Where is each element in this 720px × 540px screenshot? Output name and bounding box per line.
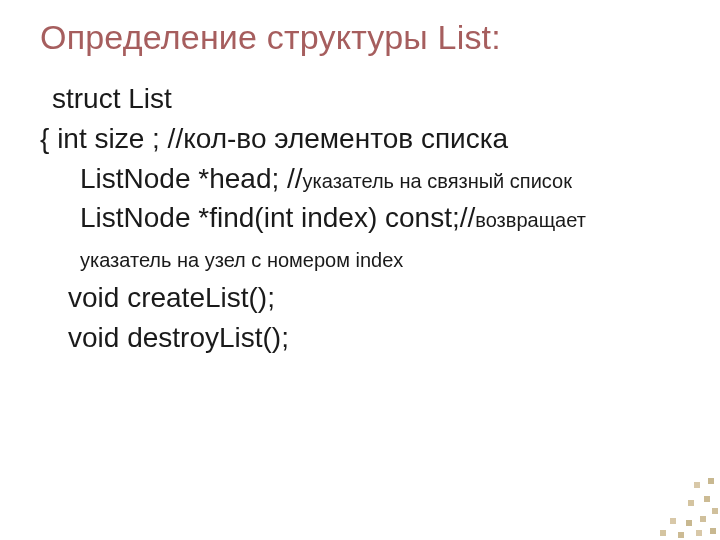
svg-rect-3 [704,496,710,502]
svg-rect-5 [670,518,676,524]
code-line-struct: struct List [40,79,680,119]
code-line-create: void createList(); [40,278,680,318]
corner-decoration [650,470,720,540]
code-text: ListNode *find(int index) const;// [80,202,475,233]
svg-rect-7 [700,516,706,522]
slide-body: struct List { int size ; //кол-во элемен… [40,79,680,357]
slide: Определение структуры List: struct List … [0,0,720,540]
svg-rect-4 [712,508,718,514]
svg-rect-11 [710,528,716,534]
brace-open: { [40,123,49,154]
code-line-brace-size: { int size ; //кол-во элементов списка [40,119,680,159]
svg-rect-8 [660,530,666,536]
svg-rect-2 [688,500,694,506]
slide-title: Определение структуры List: [40,18,680,57]
svg-rect-9 [678,532,684,538]
code-line-find: ListNode *find(int index) const;//возвра… [40,198,680,278]
code-line-head: ListNode *head; //указатель на связный с… [40,159,680,199]
svg-rect-0 [694,482,700,488]
code-text: ListNode *head; // [80,163,303,194]
svg-rect-1 [708,478,714,484]
comment-text: указатель на связный список [303,170,572,192]
code-text: int size ; //кол-во элементов списка [57,123,508,154]
svg-rect-6 [686,520,692,526]
svg-rect-10 [696,530,702,536]
code-line-destroy: void destroyList(); [40,318,680,358]
